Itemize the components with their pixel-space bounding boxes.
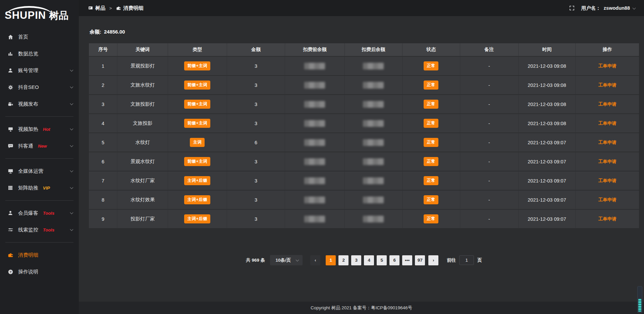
sidebar-item-video-publish[interactable]: 视频发布: [0, 96, 79, 112]
breadcrumb-item-home[interactable]: 树品: [88, 5, 105, 11]
more-pages-button[interactable]: •••: [402, 255, 412, 265]
sidebar-item-tag: New: [38, 144, 47, 149]
status-badge: 正常: [424, 138, 438, 147]
sidebar-item-data-overview[interactable]: 数据总览: [0, 45, 79, 62]
goto-suffix-label: 页: [477, 257, 482, 263]
consumption-table: 序号关键词类型金额扣费前余额扣费后余额状态备注时间操作 1景观投影灯前缀+主词3…: [89, 43, 639, 229]
cell-action: 工单申请: [576, 133, 639, 152]
table-row: 9投影灯厂家主词+后缀3正常-2021-12-03 09:07工单申请: [89, 210, 639, 229]
cell-type: 主词+后缀: [168, 191, 227, 210]
work-order-link[interactable]: 工单申请: [598, 102, 616, 107]
cell-index: 2: [89, 76, 117, 95]
type-badge: 主词+后缀: [184, 176, 210, 185]
sidebar-item-label: 视频加热: [18, 126, 38, 133]
status-badge: 正常: [424, 195, 438, 204]
user-menu[interactable]: 用户名：zswodun88: [581, 5, 635, 11]
sidebar-item-label: 消费明细: [18, 252, 38, 258]
cell-status: 正常: [402, 114, 460, 133]
cell-keyword: 水纹灯厂家: [117, 171, 168, 191]
sidebar-item-douyin-seo[interactable]: 抖音SEO: [0, 79, 79, 96]
cell-type: 前缀+主词: [168, 114, 227, 133]
cell-remark: -: [460, 76, 519, 95]
sidebar-item-matrix-boost[interactable]: 矩阵助推VIP: [0, 179, 79, 196]
cell-type: 主词: [168, 133, 227, 152]
cell-post-balance: [345, 133, 402, 152]
goto-page-input[interactable]: [459, 255, 474, 265]
cell-amount: 3: [227, 210, 285, 229]
sidebar-item-media-operation[interactable]: 全媒体运营: [0, 163, 79, 179]
cell-amount: 3: [227, 76, 285, 95]
page-button-4[interactable]: 4: [364, 255, 374, 265]
work-order-link[interactable]: 工单申请: [598, 216, 616, 221]
sidebar-item-label: 全媒体运营: [18, 168, 43, 174]
cell-index: 9: [89, 210, 117, 229]
sidebar-item-label: 抖客通: [18, 143, 33, 149]
cell-keyword: 水纹灯效果: [117, 191, 168, 210]
page-button-1[interactable]: 1: [326, 255, 336, 265]
chevron-down-icon: [70, 68, 73, 71]
sidebar-item-label: 会员爆客: [18, 210, 38, 216]
work-order-link[interactable]: 工单申请: [598, 63, 616, 68]
work-order-link[interactable]: 工单申请: [598, 83, 616, 88]
page-button-97[interactable]: 97: [415, 255, 425, 265]
work-order-link[interactable]: 工单申请: [598, 140, 616, 145]
cell-remark: -: [460, 57, 519, 76]
masked-balance-value: [363, 158, 384, 165]
sidebar-item-leads-monitor[interactable]: 线索监控Tools: [0, 221, 79, 238]
sidebar-item-doukertong[interactable]: 抖客通New: [0, 138, 79, 154]
column-header: 关键词: [117, 43, 168, 57]
page-button-6[interactable]: 6: [389, 255, 399, 265]
breadcrumb-item-consumption[interactable]: 消费明细: [116, 5, 144, 11]
sidebar-item-account-manage[interactable]: 账号管理: [0, 62, 79, 79]
cell-keyword: 投影灯厂家: [117, 210, 168, 229]
cell-type: 主词+后缀: [168, 210, 227, 229]
main-column: 树品 > 消费明细 用户名：zswodun88: [79, 0, 644, 314]
sidebar-menu: 首页数据总览账号管理抖音SEO视频发布视频加热Hot抖客通New全媒体运营矩阵助…: [0, 29, 79, 280]
cell-status: 正常: [402, 210, 460, 229]
masked-balance-value: [304, 216, 325, 222]
user-icon: [7, 67, 13, 73]
page-button-2[interactable]: 2: [338, 255, 348, 265]
cell-index: 5: [89, 133, 117, 152]
gear-icon: [7, 84, 13, 90]
chat-widget[interactable]: [637, 286, 642, 313]
work-order-link[interactable]: 工单申请: [598, 197, 616, 202]
sidebar-item-tag: Hot: [43, 127, 50, 132]
cell-post-balance: [345, 171, 402, 191]
column-header: 状态: [402, 43, 460, 57]
work-order-link[interactable]: 工单申请: [598, 121, 616, 126]
sidebar-item-video-heat[interactable]: 视频加热Hot: [0, 121, 79, 138]
cell-amount: 3: [227, 95, 285, 114]
page-size-select[interactable]: 10条/页: [270, 255, 303, 265]
grid-icon: [7, 185, 13, 191]
table-row: 7水纹灯厂家主词+后缀3正常-2021-12-03 09:07工单申请: [89, 171, 639, 191]
page-button-5[interactable]: 5: [377, 255, 387, 265]
chevron-down-icon: [70, 144, 73, 147]
cell-status: 正常: [402, 95, 460, 114]
page-button-3[interactable]: 3: [351, 255, 361, 265]
cell-post-balance: [345, 76, 402, 95]
cell-time: 2021-12-03 09:08: [519, 76, 576, 95]
sidebar-item-consumption-detail[interactable]: 消费明细: [0, 247, 79, 263]
prev-page-button[interactable]: ‹: [310, 255, 320, 265]
cell-action: 工单申请: [576, 210, 639, 229]
work-order-link[interactable]: 工单申请: [598, 178, 616, 183]
sidebar-item-member-burst[interactable]: 会员爆客Tools: [0, 205, 79, 221]
cell-action: 工单申请: [576, 76, 639, 95]
sidebar-item-home[interactable]: 首页: [0, 29, 79, 45]
cell-index: 6: [89, 152, 117, 171]
breadcrumb-separator: >: [109, 6, 112, 11]
work-order-link[interactable]: 工单申请: [598, 159, 616, 164]
cell-amount: 3: [227, 114, 285, 133]
topbar-right: 用户名：zswodun88: [569, 5, 635, 11]
next-page-button[interactable]: ›: [428, 255, 438, 265]
status-badge: 正常: [424, 61, 438, 70]
cell-remark: -: [460, 95, 519, 114]
cell-keyword: 水纹灯: [117, 133, 168, 152]
sidebar-item-instructions[interactable]: ?操作说明: [0, 263, 79, 280]
cell-post-balance: [345, 210, 402, 229]
cell-time: 2021-12-03 09:07: [519, 171, 576, 191]
fullscreen-icon[interactable]: [569, 5, 575, 11]
cell-remark: -: [460, 133, 519, 152]
column-header: 类型: [168, 43, 227, 57]
